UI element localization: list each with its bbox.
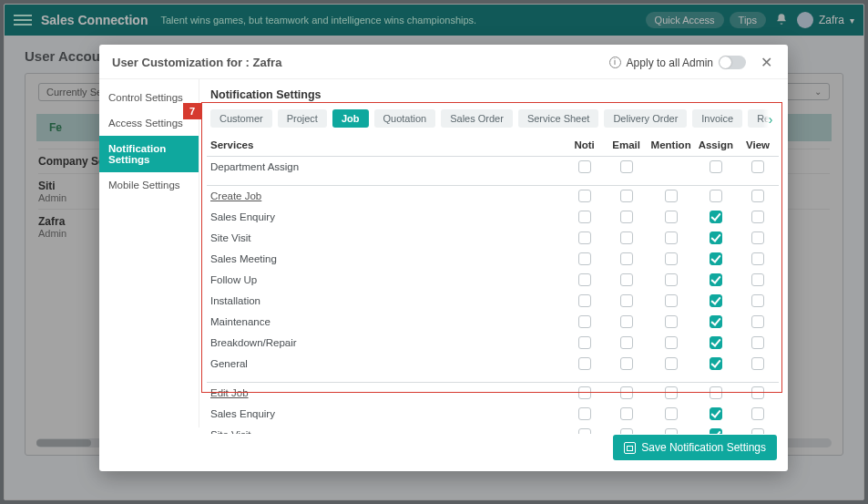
checkbox[interactable]	[751, 357, 764, 370]
tab-project[interactable]: Project	[278, 109, 327, 128]
checkbox[interactable]	[620, 231, 633, 244]
checkbox[interactable]	[665, 315, 678, 328]
tab-service-sheet[interactable]: Service Sheet	[518, 109, 598, 128]
checkbox[interactable]	[665, 357, 678, 370]
checkbox[interactable]	[751, 231, 764, 244]
checkbox[interactable]	[578, 231, 591, 244]
checkbox[interactable]	[710, 190, 722, 202]
checkbox[interactable]	[578, 428, 591, 434]
checkbox[interactable]	[578, 273, 591, 286]
col-noti: Noti	[564, 134, 606, 157]
checkbox[interactable]	[578, 315, 591, 328]
checkbox[interactable]	[751, 428, 764, 434]
service-label: Sales Meeting	[207, 249, 564, 270]
checkbox[interactable]	[710, 252, 722, 265]
checkbox[interactable]	[620, 211, 633, 223]
service-label: Create Job	[207, 186, 564, 207]
checkbox[interactable]	[710, 386, 722, 399]
checkbox[interactable]	[620, 252, 633, 265]
tabs-scroll-right[interactable]: ›	[762, 108, 779, 130]
apply-all-toggle[interactable]	[719, 56, 746, 69]
col-email: Email	[606, 134, 648, 157]
checkbox[interactable]	[665, 386, 678, 399]
checkbox[interactable]	[578, 386, 591, 399]
checkbox[interactable]	[665, 407, 678, 420]
checkbox[interactable]	[665, 190, 678, 202]
checkbox[interactable]	[665, 231, 678, 244]
checkbox[interactable]	[710, 428, 722, 434]
checkbox[interactable]	[751, 252, 764, 265]
table-row: Sales Meeting	[207, 249, 779, 270]
checkbox[interactable]	[620, 315, 633, 328]
checkbox[interactable]	[710, 407, 722, 420]
checkbox[interactable]	[710, 357, 722, 370]
checkbox[interactable]	[665, 336, 678, 349]
close-icon[interactable]: ✕	[757, 54, 775, 71]
table-row: Follow Up	[207, 270, 779, 291]
table-row: Breakdown/Repair	[207, 333, 779, 354]
tab-delivery-order[interactable]: Delivery Order	[604, 109, 687, 128]
checkbox[interactable]	[751, 315, 764, 328]
checkbox[interactable]	[751, 190, 764, 202]
table-row: Maintenance	[207, 312, 779, 333]
checkbox[interactable]	[620, 294, 633, 307]
checkbox[interactable]	[578, 294, 591, 307]
checkbox[interactable]	[751, 211, 764, 223]
tab-sales-order[interactable]: Sales Order	[441, 109, 513, 128]
tab-invoice[interactable]: Invoice	[692, 109, 742, 128]
checkbox[interactable]	[620, 407, 633, 420]
checkbox[interactable]	[751, 336, 764, 349]
info-icon[interactable]: i	[609, 57, 621, 68]
checkbox[interactable]	[710, 294, 722, 307]
checkbox[interactable]	[710, 273, 722, 286]
checkbox[interactable]	[620, 336, 633, 349]
sidebar-item-mobile[interactable]: Mobile Settings	[99, 172, 199, 198]
table-row: Edit Job	[207, 383, 779, 404]
sidebar-item-notification[interactable]: Notification Settings	[99, 136, 199, 172]
checkbox[interactable]	[710, 315, 722, 328]
checkbox[interactable]	[578, 190, 591, 202]
tab-job[interactable]: Job	[332, 109, 369, 128]
tab-quotation[interactable]: Quotation	[374, 109, 436, 128]
checkbox[interactable]	[665, 428, 678, 434]
col-assign: Assign	[695, 134, 737, 157]
checkbox[interactable]	[620, 428, 633, 434]
checkbox[interactable]	[578, 407, 591, 420]
service-label: Maintenance	[207, 312, 564, 333]
service-label: Sales Enquiry	[207, 404, 564, 425]
checkbox[interactable]	[620, 190, 633, 202]
checkbox[interactable]	[710, 231, 722, 244]
service-label: Sales Enquiry	[207, 207, 564, 228]
checkbox[interactable]	[751, 407, 764, 420]
checkbox[interactable]	[710, 211, 722, 223]
checkbox[interactable]	[665, 211, 678, 223]
checkbox[interactable]	[578, 252, 591, 265]
checkbox[interactable]	[665, 252, 678, 265]
checkbox[interactable]	[665, 273, 678, 286]
checkbox[interactable]	[710, 336, 722, 349]
table-row: Installation	[207, 291, 779, 312]
service-label: Department Assign	[207, 157, 564, 178]
checkbox[interactable]	[665, 294, 678, 307]
checkbox[interactable]	[578, 336, 591, 349]
checkbox[interactable]	[751, 273, 764, 286]
table-row: Sales Enquiry	[207, 207, 779, 228]
save-notification-settings-button[interactable]: Save Notification Settings	[613, 435, 777, 460]
checkbox[interactable]	[751, 386, 764, 399]
table-row: Department Assign	[207, 157, 779, 178]
checkbox[interactable]	[578, 357, 591, 370]
step-number-badge: 7	[183, 103, 201, 119]
checkbox[interactable]	[620, 160, 633, 173]
checkbox[interactable]	[710, 160, 722, 173]
checkbox[interactable]	[751, 294, 764, 307]
service-label: General	[207, 354, 564, 375]
checkbox[interactable]	[578, 160, 591, 173]
checkbox[interactable]	[620, 386, 633, 399]
checkbox[interactable]	[751, 160, 764, 173]
service-label: Site Visit	[207, 228, 564, 249]
checkbox[interactable]	[620, 357, 633, 370]
checkbox[interactable]	[620, 273, 633, 286]
table-row: General	[207, 354, 779, 375]
checkbox[interactable]	[578, 211, 591, 223]
tab-customer[interactable]: Customer	[210, 109, 272, 128]
